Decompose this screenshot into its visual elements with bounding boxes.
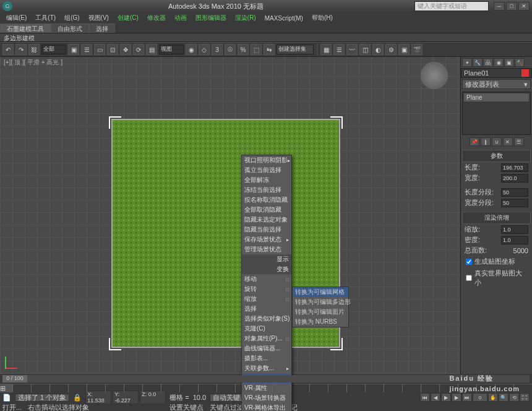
create-tab-icon[interactable]: ✦ — [462, 58, 472, 67]
sub-epoly[interactable]: 转换为可编辑多边形 — [293, 297, 348, 307]
schematic-icon[interactable]: ◫ — [359, 44, 371, 55]
coord-z[interactable]: Z: 0.0 — [140, 391, 166, 404]
rotate-icon[interactable]: ⟳ — [133, 44, 144, 55]
scale-icon[interactable]: ▤ — [146, 44, 157, 55]
config-icon[interactable]: ☰ — [514, 137, 524, 146]
sub-emesh[interactable]: 转换为可编辑网格 — [293, 287, 348, 297]
ctx-move[interactable]: 移动 — [242, 274, 291, 284]
redo-icon[interactable]: ↷ — [15, 44, 27, 55]
ctx-hide-unsel[interactable]: 隐藏未选定对象 — [242, 215, 291, 225]
named-sets[interactable]: 创建选择集 — [277, 45, 314, 54]
ref-coord[interactable]: 视图 — [159, 45, 184, 54]
menu-edit[interactable]: 编辑(E) — [2, 14, 30, 22]
goto-end-icon[interactable]: ⏭ — [462, 393, 472, 402]
ctx-scale[interactable]: 缩放 — [242, 294, 291, 304]
pin-stack-icon[interactable]: 📌 — [470, 137, 479, 146]
menu-graph[interactable]: 图形编辑器 — [192, 14, 230, 22]
ctx-obj-props[interactable]: 对象属性(P)... — [242, 334, 291, 344]
unique-icon[interactable]: ∪ — [492, 137, 502, 146]
menu-maxscript[interactable]: MAXScript(M) — [261, 15, 307, 22]
show-end-icon[interactable]: ‖ — [481, 137, 491, 146]
ctx-clone[interactable]: 克隆(C) — [242, 324, 291, 334]
length-spinner[interactable]: 196.703 — [501, 163, 528, 172]
ctx-isolate[interactable]: 孤立当前选择 — [242, 165, 291, 175]
modify-tab-icon[interactable]: 🔧 — [473, 58, 483, 67]
select-icon[interactable]: ▣ — [68, 44, 79, 55]
object-name-field[interactable]: Plane01 — [461, 68, 532, 78]
ctx-rotate[interactable]: 旋转 — [242, 284, 291, 294]
orbit-icon[interactable]: ⟲ — [509, 393, 519, 402]
stack-item[interactable]: Plane — [464, 93, 529, 102]
motion-tab-icon[interactable]: ◉ — [494, 58, 504, 67]
tab-graphite[interactable]: 石墨建模工具 — [0, 24, 51, 33]
menu-render[interactable]: 渲染(R) — [231, 14, 260, 22]
mirror-icon[interactable]: ⇆ — [264, 44, 275, 55]
ctx-unhide-all[interactable]: 全部取消隐藏 — [242, 205, 291, 215]
render-frame-icon[interactable]: ▣ — [398, 44, 410, 55]
tab-selection[interactable]: 选择 — [89, 24, 115, 33]
filter-select[interactable]: 全部 — [41, 45, 66, 54]
width-spinner[interactable]: 200.0 — [501, 174, 528, 183]
scale-spinner[interactable]: 1.0 — [501, 225, 528, 234]
display-tab-icon[interactable]: ▣ — [504, 58, 514, 67]
ctx-viewport-lighting[interactable]: 视口照明和阴影 — [242, 155, 291, 165]
script-icon[interactable]: 📄 — [2, 394, 11, 402]
close-button[interactable]: ✕ — [518, 2, 530, 11]
menu-help[interactable]: 帮助(H) — [308, 14, 337, 22]
menu-views[interactable]: 视图(V) — [85, 14, 113, 22]
help-search[interactable]: 键入关键字或短语 — [414, 1, 489, 11]
rect-icon[interactable]: ▭ — [94, 44, 105, 55]
prev-frame-icon[interactable]: ◀ — [431, 393, 440, 402]
ctx-vr-mesh-export[interactable]: VR-网格体导出 — [242, 403, 291, 411]
menu-modifiers[interactable]: 修改器 — [144, 14, 169, 22]
modifier-list[interactable]: 修改器列表▾ — [462, 79, 531, 89]
snap4-icon[interactable]: ⬚ — [251, 44, 262, 55]
frame-field[interactable]: 0 — [473, 393, 487, 402]
snap3-icon[interactable]: % — [238, 44, 249, 55]
render-setup-icon[interactable]: ⚙ — [385, 44, 397, 55]
lseg-spinner[interactable]: 50 — [501, 188, 528, 197]
track-config-icon[interactable]: ⊞ — [0, 384, 12, 392]
viewcube[interactable] — [421, 62, 448, 89]
rollout-params[interactable]: 参数 — [462, 150, 531, 162]
open-button[interactable]: 打开... — [2, 403, 22, 412]
link-icon[interactable]: ⛓ — [28, 44, 40, 55]
snap2-icon[interactable]: ⦾ — [225, 44, 236, 55]
pivot-icon[interactable]: ◉ — [186, 44, 197, 55]
maximize-button[interactable]: □ — [506, 2, 517, 11]
render-icon[interactable]: 🎬 — [411, 44, 423, 55]
wseg-spinner[interactable]: 50 — [501, 199, 528, 207]
rollout-render[interactable]: 渲染倍增 — [462, 212, 531, 224]
layer-icon[interactable]: ☰ — [333, 44, 345, 55]
modifier-stack[interactable]: Plane — [462, 92, 531, 135]
remove-mod-icon[interactable]: ✕ — [503, 137, 513, 146]
ctx-wire-params[interactable]: 关联参数... — [242, 363, 291, 373]
sub-epatch[interactable]: 转换为可编辑面片 — [293, 307, 348, 317]
ctx-freeze-sel[interactable]: 冻结当前选择 — [242, 185, 291, 195]
goto-start-icon[interactable]: ⏮ — [420, 393, 430, 402]
set-key[interactable]: 设置关键点 — [169, 403, 204, 412]
play-icon[interactable]: ▶ — [441, 393, 451, 402]
menu-group[interactable]: 组(G) — [61, 14, 83, 22]
window-cross-icon[interactable]: ⊡ — [107, 44, 118, 55]
sub-nurbs[interactable]: 转换为 NURBS — [293, 317, 348, 327]
max-view-icon[interactable]: ⛶ — [520, 393, 530, 402]
viewport[interactable]: [+][ 顶 ][ 平滑 + 高光 ] 视口照明和阴影 孤立当前选择 全部解冻 … — [0, 57, 460, 374]
density-spinner[interactable]: 1.0 — [501, 236, 528, 244]
time-thumb[interactable]: 0 / 100 — [2, 375, 27, 383]
snap-icon[interactable]: 3 — [212, 44, 223, 55]
pan-icon[interactable]: ✋ — [488, 393, 498, 402]
ctx-select[interactable]: 选择 — [242, 304, 291, 314]
real-world-check[interactable] — [466, 275, 472, 281]
ctx-curve-editor[interactable]: 曲线编辑器... — [242, 344, 291, 353]
ctx-dope-sheet[interactable]: 摄影表... — [242, 353, 291, 363]
material-icon[interactable]: ◐ — [372, 44, 384, 55]
manip-icon[interactable]: ◇ — [199, 44, 210, 55]
move-icon[interactable]: ✥ — [120, 44, 131, 55]
hierarchy-tab-icon[interactable]: 品 — [483, 58, 493, 67]
ribbon-panel[interactable]: 多边形建模 — [0, 33, 532, 42]
menu-animation[interactable]: 动画 — [171, 14, 191, 22]
ctx-manage-state[interactable]: 管理场景状态 — [242, 244, 291, 254]
utility-tab-icon[interactable]: 🔨 — [515, 58, 525, 67]
ctx-hide-sel[interactable]: 隐藏当前选择 — [242, 225, 291, 235]
